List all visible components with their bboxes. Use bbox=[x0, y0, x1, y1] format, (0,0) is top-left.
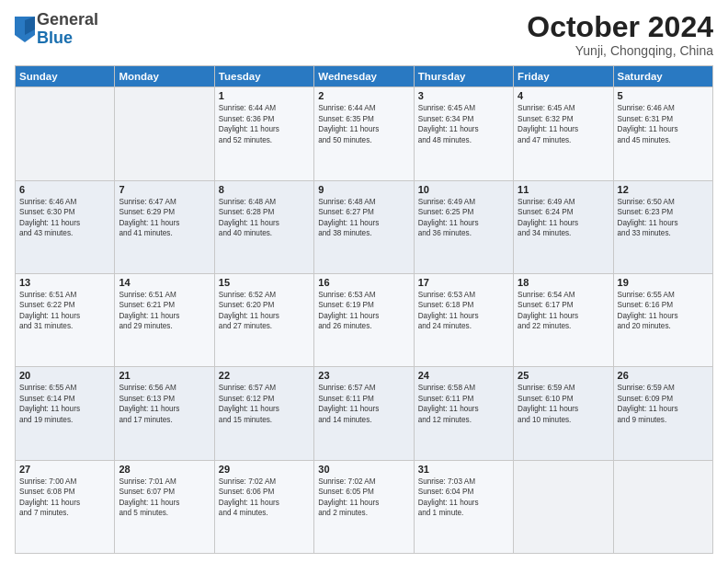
cell-content: Sunrise: 6:53 AM Sunset: 6:18 PM Dayligh… bbox=[418, 290, 509, 332]
calendar-cell bbox=[16, 87, 115, 180]
day-number: 25 bbox=[518, 370, 609, 381]
cell-content: Sunrise: 6:46 AM Sunset: 6:30 PM Dayligh… bbox=[19, 197, 110, 239]
cell-content: Sunrise: 6:45 AM Sunset: 6:32 PM Dayligh… bbox=[518, 103, 609, 145]
cell-content: Sunrise: 7:00 AM Sunset: 6:08 PM Dayligh… bbox=[19, 477, 110, 519]
calendar-cell: 26Sunrise: 6:59 AM Sunset: 6:09 PM Dayli… bbox=[613, 367, 712, 460]
cell-content: Sunrise: 6:58 AM Sunset: 6:11 PM Dayligh… bbox=[418, 383, 509, 425]
logo-icon bbox=[15, 17, 35, 42]
cell-content: Sunrise: 6:51 AM Sunset: 6:22 PM Dayligh… bbox=[19, 290, 110, 332]
calendar-cell: 12Sunrise: 6:50 AM Sunset: 6:23 PM Dayli… bbox=[613, 180, 712, 273]
day-number: 8 bbox=[219, 184, 310, 195]
cell-content: Sunrise: 6:44 AM Sunset: 6:35 PM Dayligh… bbox=[318, 103, 409, 145]
calendar-cell: 10Sunrise: 6:49 AM Sunset: 6:25 PM Dayli… bbox=[414, 180, 513, 273]
calendar-cell: 19Sunrise: 6:55 AM Sunset: 6:16 PM Dayli… bbox=[613, 273, 712, 366]
calendar-cell: 8Sunrise: 6:48 AM Sunset: 6:28 PM Daylig… bbox=[214, 180, 313, 273]
calendar-cell: 16Sunrise: 6:53 AM Sunset: 6:19 PM Dayli… bbox=[314, 273, 414, 366]
calendar-cell: 4Sunrise: 6:45 AM Sunset: 6:32 PM Daylig… bbox=[514, 87, 613, 180]
calendar-cell: 27Sunrise: 7:00 AM Sunset: 6:08 PM Dayli… bbox=[16, 460, 115, 553]
calendar-cell: 13Sunrise: 6:51 AM Sunset: 6:22 PM Dayli… bbox=[16, 273, 115, 366]
cell-content: Sunrise: 6:46 AM Sunset: 6:31 PM Dayligh… bbox=[618, 103, 709, 145]
calendar-cell: 14Sunrise: 6:51 AM Sunset: 6:21 PM Dayli… bbox=[115, 273, 214, 366]
calendar-cell: 1Sunrise: 6:44 AM Sunset: 6:36 PM Daylig… bbox=[214, 87, 313, 180]
calendar-header-row: SundayMondayTuesdayWednesdayThursdayFrid… bbox=[16, 66, 713, 87]
calendar-cell: 7Sunrise: 6:47 AM Sunset: 6:29 PM Daylig… bbox=[115, 180, 214, 273]
calendar-cell: 5Sunrise: 6:46 AM Sunset: 6:31 PM Daylig… bbox=[613, 87, 712, 180]
header: General Blue October 2024 Yunji, Chongqi… bbox=[15, 11, 713, 58]
cell-content: Sunrise: 6:49 AM Sunset: 6:24 PM Dayligh… bbox=[518, 197, 609, 239]
day-header-monday: Monday bbox=[115, 66, 214, 87]
calendar-cell: 3Sunrise: 6:45 AM Sunset: 6:34 PM Daylig… bbox=[414, 87, 513, 180]
day-number: 19 bbox=[618, 277, 709, 288]
day-number: 11 bbox=[518, 184, 609, 195]
cell-content: Sunrise: 6:44 AM Sunset: 6:36 PM Dayligh… bbox=[219, 103, 310, 145]
calendar-cell: 24Sunrise: 6:58 AM Sunset: 6:11 PM Dayli… bbox=[414, 367, 513, 460]
calendar-cell bbox=[514, 460, 613, 553]
cell-content: Sunrise: 7:01 AM Sunset: 6:07 PM Dayligh… bbox=[119, 477, 210, 519]
day-number: 23 bbox=[318, 370, 409, 381]
day-number: 22 bbox=[219, 370, 310, 381]
logo: General Blue bbox=[15, 11, 98, 48]
day-number: 15 bbox=[219, 277, 310, 288]
day-number: 28 bbox=[119, 464, 210, 475]
day-number: 21 bbox=[119, 370, 210, 381]
calendar-cell: 25Sunrise: 6:59 AM Sunset: 6:10 PM Dayli… bbox=[514, 367, 613, 460]
cell-content: Sunrise: 6:56 AM Sunset: 6:13 PM Dayligh… bbox=[119, 383, 210, 425]
calendar-cell: 17Sunrise: 6:53 AM Sunset: 6:18 PM Dayli… bbox=[414, 273, 513, 366]
location: Yunji, Chongqing, China bbox=[527, 43, 713, 58]
calendar-cell: 28Sunrise: 7:01 AM Sunset: 6:07 PM Dayli… bbox=[115, 460, 214, 553]
cell-content: Sunrise: 6:57 AM Sunset: 6:11 PM Dayligh… bbox=[318, 383, 409, 425]
cell-content: Sunrise: 6:53 AM Sunset: 6:19 PM Dayligh… bbox=[318, 290, 409, 332]
calendar-cell: 18Sunrise: 6:54 AM Sunset: 6:17 PM Dayli… bbox=[514, 273, 613, 366]
calendar-week-4: 20Sunrise: 6:55 AM Sunset: 6:14 PM Dayli… bbox=[16, 367, 713, 460]
cell-content: Sunrise: 6:55 AM Sunset: 6:14 PM Dayligh… bbox=[19, 383, 110, 425]
cell-content: Sunrise: 6:59 AM Sunset: 6:10 PM Dayligh… bbox=[518, 383, 609, 425]
calendar-cell: 29Sunrise: 7:02 AM Sunset: 6:06 PM Dayli… bbox=[214, 460, 313, 553]
day-number: 17 bbox=[418, 277, 509, 288]
day-number: 20 bbox=[19, 370, 110, 381]
calendar-cell: 15Sunrise: 6:52 AM Sunset: 6:20 PM Dayli… bbox=[214, 273, 313, 366]
day-number: 13 bbox=[19, 277, 110, 288]
day-number: 12 bbox=[618, 184, 709, 195]
cell-content: Sunrise: 6:51 AM Sunset: 6:21 PM Dayligh… bbox=[119, 290, 210, 332]
cell-content: Sunrise: 7:02 AM Sunset: 6:06 PM Dayligh… bbox=[219, 477, 310, 519]
calendar-week-1: 1Sunrise: 6:44 AM Sunset: 6:36 PM Daylig… bbox=[16, 87, 713, 180]
day-number: 6 bbox=[19, 184, 110, 195]
day-number: 3 bbox=[418, 90, 509, 101]
day-number: 5 bbox=[618, 90, 709, 101]
cell-content: Sunrise: 6:52 AM Sunset: 6:20 PM Dayligh… bbox=[219, 290, 310, 332]
page: General Blue October 2024 Yunji, Chongqi… bbox=[0, 0, 728, 563]
day-number: 14 bbox=[119, 277, 210, 288]
day-number: 4 bbox=[518, 90, 609, 101]
cell-content: Sunrise: 7:03 AM Sunset: 6:04 PM Dayligh… bbox=[418, 477, 509, 519]
day-number: 27 bbox=[19, 464, 110, 475]
cell-content: Sunrise: 6:57 AM Sunset: 6:12 PM Dayligh… bbox=[219, 383, 310, 425]
calendar-week-2: 6Sunrise: 6:46 AM Sunset: 6:30 PM Daylig… bbox=[16, 180, 713, 273]
calendar-cell bbox=[613, 460, 712, 553]
cell-content: Sunrise: 6:59 AM Sunset: 6:09 PM Dayligh… bbox=[618, 383, 709, 425]
calendar-cell: 31Sunrise: 7:03 AM Sunset: 6:04 PM Dayli… bbox=[414, 460, 513, 553]
day-number: 26 bbox=[618, 370, 709, 381]
calendar-week-5: 27Sunrise: 7:00 AM Sunset: 6:08 PM Dayli… bbox=[16, 460, 713, 553]
cell-content: Sunrise: 6:49 AM Sunset: 6:25 PM Dayligh… bbox=[418, 197, 509, 239]
cell-content: Sunrise: 6:47 AM Sunset: 6:29 PM Dayligh… bbox=[119, 197, 210, 239]
calendar-cell: 2Sunrise: 6:44 AM Sunset: 6:35 PM Daylig… bbox=[314, 87, 414, 180]
day-header-friday: Friday bbox=[514, 66, 613, 87]
day-number: 1 bbox=[219, 90, 310, 101]
day-number: 24 bbox=[418, 370, 509, 381]
calendar-cell: 9Sunrise: 6:48 AM Sunset: 6:27 PM Daylig… bbox=[314, 180, 414, 273]
logo-blue-text: Blue bbox=[37, 29, 73, 47]
cell-content: Sunrise: 6:55 AM Sunset: 6:16 PM Dayligh… bbox=[618, 290, 709, 332]
day-number: 16 bbox=[318, 277, 409, 288]
title-block: October 2024 Yunji, Chongqing, China bbox=[527, 11, 713, 58]
calendar: SundayMondayTuesdayWednesdayThursdayFrid… bbox=[15, 65, 713, 554]
day-number: 2 bbox=[318, 90, 409, 101]
day-header-saturday: Saturday bbox=[613, 66, 712, 87]
calendar-cell: 22Sunrise: 6:57 AM Sunset: 6:12 PM Dayli… bbox=[214, 367, 313, 460]
day-header-wednesday: Wednesday bbox=[314, 66, 414, 87]
calendar-cell: 30Sunrise: 7:02 AM Sunset: 6:05 PM Dayli… bbox=[314, 460, 414, 553]
day-header-sunday: Sunday bbox=[16, 66, 115, 87]
calendar-cell: 6Sunrise: 6:46 AM Sunset: 6:30 PM Daylig… bbox=[16, 180, 115, 273]
calendar-week-3: 13Sunrise: 6:51 AM Sunset: 6:22 PM Dayli… bbox=[16, 273, 713, 366]
month-title: October 2024 bbox=[527, 11, 713, 43]
day-number: 10 bbox=[418, 184, 509, 195]
